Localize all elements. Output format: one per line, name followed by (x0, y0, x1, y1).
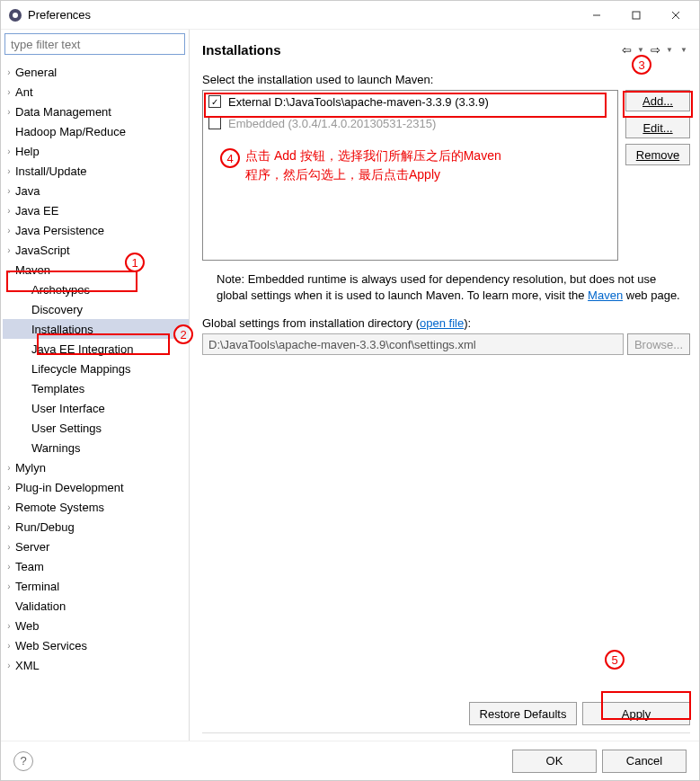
expand-icon[interactable]: › (3, 641, 15, 651)
tree-item[interactable]: ›Ant (3, 82, 189, 102)
tree-item[interactable]: Hadoop Map/Reduce (3, 121, 189, 141)
tree-item-label: User Interface (31, 402, 105, 415)
expand-icon[interactable]: › (3, 522, 15, 532)
installations-list[interactable]: ✓External D:\JavaTools\apache-maven-3.3.… (202, 90, 618, 261)
tree-item-label: Data Management (15, 105, 111, 119)
expand-icon[interactable]: › (3, 107, 15, 117)
tree-item[interactable]: ›Mylyn (3, 457, 189, 477)
bottom-bar: ? OK Cancel (1, 741, 699, 780)
back-menu-icon[interactable]: ▼ (634, 43, 647, 56)
tree-item[interactable]: ›Run/Debug (3, 517, 189, 537)
tree-item[interactable]: ›General (3, 62, 189, 82)
expand-icon[interactable]: › (3, 483, 15, 493)
tree-item[interactable]: Discovery (3, 299, 189, 319)
tree-item[interactable]: ›XML (3, 655, 189, 675)
tree-item-label: Warnings (31, 441, 80, 455)
svg-point-1 (13, 13, 18, 18)
tree-item-label: Team (15, 560, 44, 573)
tree-item[interactable]: Templates (3, 378, 189, 398)
tree-item[interactable]: ›Install/Update (3, 161, 189, 181)
back-icon[interactable]: ⇦ (620, 43, 633, 56)
installation-label: External D:\JavaTools\apache-maven-3.3.9… (228, 95, 489, 109)
installation-row[interactable]: Embedded (3.0.4/1.4.0.20130531-2315) (203, 112, 617, 134)
tree-item[interactable]: ›Terminal (3, 576, 189, 596)
tree-item[interactable]: ›JavaScript (3, 240, 189, 260)
restore-defaults-button[interactable]: Restore Defaults (469, 702, 577, 725)
tree-item[interactable]: Warnings (3, 438, 189, 457)
installation-checkbox[interactable]: ✓ (208, 95, 221, 108)
tree-item[interactable]: Installations (3, 319, 189, 339)
expand-icon[interactable]: › (3, 186, 15, 196)
tree-item[interactable]: ⌄Maven (3, 260, 189, 280)
minimize-button[interactable] (577, 3, 616, 28)
expand-icon[interactable]: › (3, 542, 15, 552)
tree-item-label: Java EE (15, 204, 58, 217)
expand-icon[interactable]: › (3, 562, 15, 572)
expand-icon[interactable]: › (3, 502, 15, 512)
maximize-button[interactable] (616, 3, 656, 28)
apply-button[interactable]: Apply (582, 702, 690, 725)
help-icon[interactable]: ? (13, 751, 33, 771)
tree-item-label: Web (15, 619, 40, 633)
tree-item[interactable]: ›Java (3, 181, 189, 200)
expand-icon[interactable]: › (3, 67, 15, 77)
tree-item[interactable]: ›Web (3, 616, 189, 635)
tree-item-label: General (15, 66, 57, 79)
tree-item-label: Server (15, 540, 49, 554)
tree-item[interactable]: ›Server (3, 537, 189, 556)
tree-item[interactable]: Validation (3, 596, 189, 616)
tree-item[interactable]: ›Team (3, 556, 189, 576)
expand-icon[interactable]: › (3, 581, 15, 591)
tree-item[interactable]: Lifecycle Mappings (3, 359, 189, 378)
add-button[interactable]: Add... (625, 90, 690, 111)
expand-icon[interactable]: ⌄ (3, 265, 15, 275)
tree-item[interactable]: ›Plug-in Development (3, 477, 189, 497)
expand-icon[interactable]: › (3, 146, 15, 156)
tree-item-label: Mylyn (15, 461, 46, 475)
tree-item-label: Lifecycle Mappings (31, 362, 131, 376)
tree-item[interactable]: Java EE Integration (3, 339, 189, 359)
ok-button[interactable]: OK (512, 750, 597, 773)
maven-link[interactable]: Maven (588, 288, 623, 302)
tree-item[interactable]: Archetypes (3, 280, 189, 299)
sidebar: ›General›Ant›Data ManagementHadoop Map/R… (1, 30, 190, 741)
expand-icon[interactable]: › (3, 621, 15, 631)
installation-row[interactable]: ✓External D:\JavaTools\apache-maven-3.3.… (203, 91, 617, 112)
tree-item[interactable]: ›Java EE (3, 200, 189, 220)
cancel-button[interactable]: Cancel (602, 750, 687, 773)
global-settings-path[interactable] (202, 333, 624, 355)
page-heading: Installations (202, 42, 620, 58)
expand-icon[interactable]: › (3, 87, 15, 97)
expand-icon[interactable]: › (3, 245, 15, 255)
edit-button[interactable]: Edit... (625, 117, 690, 138)
tree-item[interactable]: ›Data Management (3, 102, 189, 121)
tree-item[interactable]: ›Java Persistence (3, 220, 189, 240)
right-pane: Installations ⇦ ▼ ⇨ ▼ ▼ Select the insta… (190, 30, 699, 741)
browse-button[interactable]: Browse... (627, 333, 690, 355)
installation-checkbox[interactable] (208, 117, 221, 129)
tree-item-label: Remote Systems (15, 501, 104, 514)
expand-icon[interactable]: › (3, 206, 15, 216)
tree-item-label: Maven (15, 263, 50, 277)
menu-icon[interactable]: ▼ (678, 43, 690, 56)
tree-item[interactable]: User Settings (3, 418, 189, 438)
tree-item-label: XML (15, 659, 40, 672)
expand-icon[interactable]: › (3, 463, 15, 473)
tree-item-label: Discovery (31, 303, 83, 316)
filter-input[interactable] (4, 33, 185, 55)
tree-item-label: Templates (31, 382, 84, 395)
close-button[interactable] (656, 3, 696, 28)
tree-item[interactable]: ›Help (3, 141, 189, 161)
remove-button[interactable]: Remove (625, 144, 690, 165)
tree-item[interactable]: ›Remote Systems (3, 497, 189, 517)
tree-item[interactable]: ›Web Services (3, 635, 189, 655)
expand-icon[interactable]: › (3, 226, 15, 235)
forward-icon[interactable]: ⇨ (649, 43, 661, 56)
expand-icon[interactable]: › (3, 661, 15, 670)
tree-item-label: Terminal (15, 580, 59, 593)
tree-item[interactable]: User Interface (3, 398, 189, 418)
tree: ›General›Ant›Data ManagementHadoop Map/R… (1, 58, 189, 741)
open-file-link[interactable]: open file (420, 316, 464, 330)
expand-icon[interactable]: › (3, 166, 15, 176)
forward-menu-icon[interactable]: ▼ (663, 43, 676, 56)
